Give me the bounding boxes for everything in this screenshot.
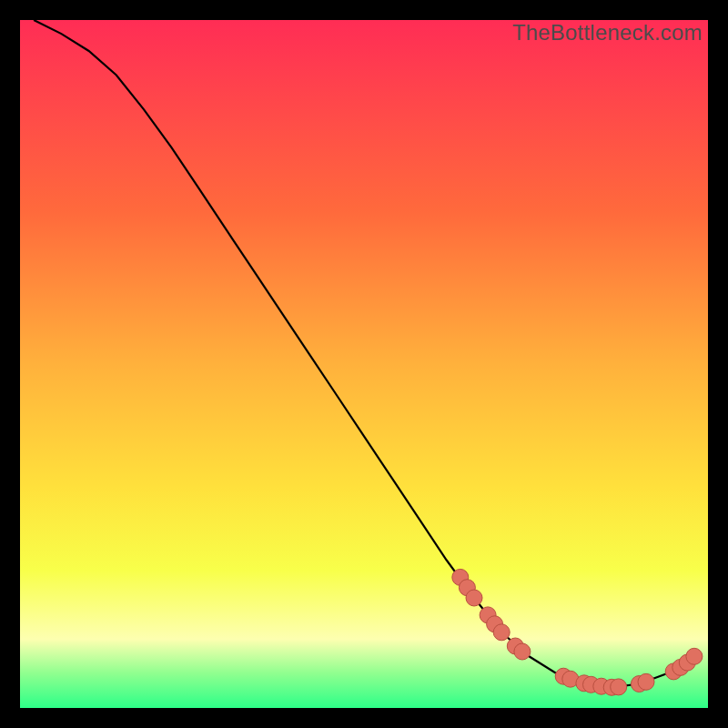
data-marker — [638, 673, 654, 690]
chart-canvas — [20, 20, 708, 708]
plot-area — [20, 20, 708, 708]
gradient-background — [20, 20, 708, 708]
data-marker — [466, 590, 482, 606]
data-marker — [611, 679, 627, 695]
watermark-text: TheBottleneck.com — [512, 20, 703, 46]
chart-frame: TheBottleneck.com — [20, 20, 708, 708]
data-marker — [514, 643, 531, 660]
data-marker — [686, 648, 703, 664]
data-marker — [493, 624, 510, 641]
